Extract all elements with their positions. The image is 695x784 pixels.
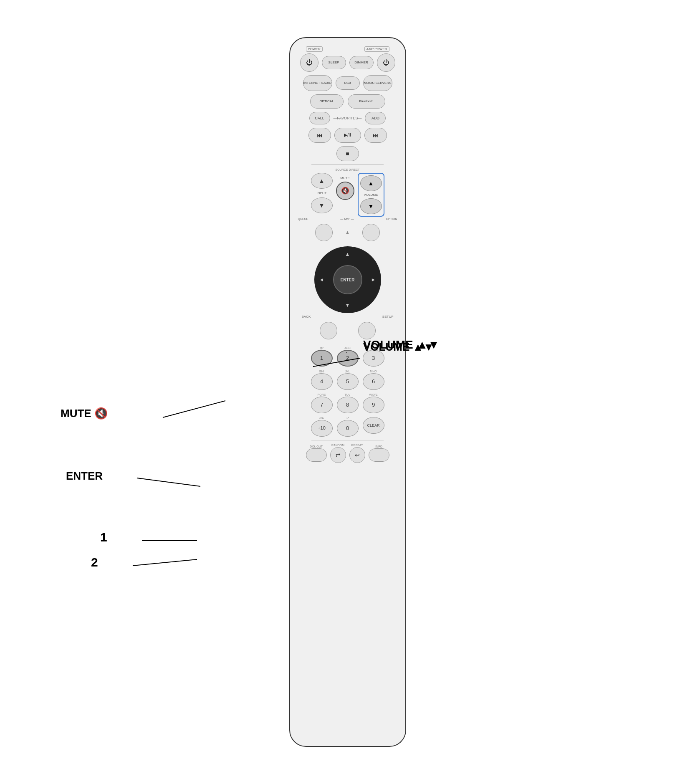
plus10-button[interactable]: +10 — [311, 420, 333, 437]
back-setup-row — [296, 322, 399, 339]
enter-label: ENTER — [341, 278, 355, 282]
input-down-button[interactable]: ▼ — [311, 197, 333, 213]
input-label: INPUT — [317, 191, 327, 195]
volume-up-button[interactable]: ▲ — [360, 175, 382, 191]
num8-cell: TUV 8 — [337, 393, 359, 413]
source-input-volume-section: SOURCE DIRECT ▲ INPUT ▼ MUTE 🔇 ▲ VOLUME — [296, 168, 399, 220]
random-button[interactable]: ⇄ — [330, 447, 346, 463]
input-up-button[interactable]: ▲ — [311, 173, 333, 189]
random-cell: RANDOM ⇄ — [330, 444, 346, 463]
numpad-row3: PQRS 7 TUV 8 WXYZ 9 — [296, 393, 399, 413]
num2-cell: ABC 2 — [337, 346, 359, 367]
enter-annotation-text: ENTER — [66, 470, 103, 483]
queue-label: QUEUE — [298, 217, 308, 220]
amp-power-label: AMP POWER — [364, 46, 389, 52]
num1-button[interactable]: 1 — [311, 350, 333, 367]
num4-button[interactable]: 4 — [311, 373, 333, 390]
clear-button[interactable]: CLEAR — [363, 417, 384, 434]
num6-button[interactable]: 6 — [363, 373, 384, 390]
optical-bluetooth-row: OPTICAL Bluetooth — [310, 94, 385, 109]
num0-cell: ⌂* 0 — [337, 417, 359, 437]
dpad-left-arrow: ◄ — [319, 277, 324, 283]
amp-power-button[interactable]: ⏻ — [377, 53, 395, 72]
back-button[interactable] — [320, 322, 337, 339]
dimmer-button[interactable]: DIMMER — [349, 56, 374, 69]
next-button[interactable]: ⏭ — [364, 128, 387, 143]
num2-annotation-text: 2 — [91, 555, 98, 569]
volume-box: ▲ VOLUME ▼ — [358, 173, 384, 217]
usb-button[interactable]: USB — [336, 76, 360, 90]
amp-labels-row: QUEUE — AMP — OPTION — [296, 217, 399, 220]
optical-button[interactable]: OPTICAL — [310, 94, 344, 109]
mute-button[interactable]: 🔇 — [336, 182, 354, 200]
dpad-up-arrow: ▲ — [345, 251, 350, 257]
input-column: ▲ INPUT ▼ — [311, 173, 333, 213]
random-label: RANDOM — [331, 444, 344, 447]
queue-button[interactable] — [315, 224, 333, 241]
svg-line-4 — [133, 559, 197, 566]
num8-button[interactable]: 8 — [337, 397, 359, 413]
amp-label: — AMP — — [340, 217, 354, 220]
num5-sub: JKL — [345, 370, 350, 373]
setup-label: SETUP — [382, 315, 394, 319]
volume-label: VOLUME — [361, 193, 381, 197]
add-button[interactable]: ADD — [365, 112, 386, 124]
nav-above-row: ▲ — [296, 224, 399, 241]
svg-line-2 — [137, 478, 200, 486]
source-direct-label: SOURCE DIRECT — [296, 168, 399, 171]
bluetooth-button[interactable]: Bluetooth — [348, 94, 385, 109]
mute-column: MUTE 🔇 — [336, 176, 354, 200]
sleep-button[interactable]: SLEEP — [322, 56, 346, 69]
power-label: POWER — [306, 46, 323, 52]
setup-button[interactable] — [358, 322, 376, 339]
num7-cell: PQRS 7 — [311, 393, 333, 413]
divider3 — [311, 440, 383, 440]
internet-radio-button[interactable]: INTERNET RADIO — [303, 75, 332, 91]
call-button[interactable]: CALL — [309, 112, 330, 124]
dpad-down-arrow: ▼ — [345, 302, 350, 308]
stop-row: ■ — [296, 146, 399, 161]
num7-button[interactable]: 7 — [311, 397, 333, 413]
volume-line — [346, 352, 347, 353]
repeat-button[interactable]: ↩ — [349, 447, 365, 463]
num5-button[interactable]: 5 — [337, 373, 359, 390]
prev-button[interactable]: ⏮ — [308, 128, 331, 143]
plus10-sub: a/A — [319, 417, 324, 420]
info-button[interactable] — [369, 448, 389, 462]
power-labels-row: POWER AMP POWER — [306, 46, 389, 52]
num9-button[interactable]: 9 — [363, 397, 384, 413]
favorites-row: CALL —FAVORITES— ADD — [296, 112, 399, 124]
num2-button[interactable]: 2 — [337, 350, 359, 367]
num6-sub: MNO — [370, 370, 377, 373]
nav-up-small-button[interactable]: ▲ — [345, 230, 350, 235]
input-volume-row: ▲ INPUT ▼ MUTE 🔇 ▲ VOLUME ▼ — [296, 173, 399, 217]
num7-sub: PQRS — [318, 393, 326, 396]
bottom-function-row: DIG. OUT RANDOM ⇄ REPEAT ↩ INFO — [296, 444, 399, 463]
dig-out-button[interactable] — [306, 448, 327, 462]
num4-cell: GHI 4 — [311, 370, 333, 390]
mute-annotation-text: MUTE 🔇 — [61, 407, 108, 420]
num1-cell: @/ 1 — [311, 346, 333, 367]
power-buttons-row: ⏻ SLEEP DIMMER ⏻ — [296, 53, 399, 72]
info-label: INFO — [375, 445, 382, 448]
power-button[interactable]: ⏻ — [300, 53, 318, 72]
enter-button[interactable]: ENTER — [333, 265, 362, 294]
stop-button[interactable]: ■ — [336, 146, 359, 161]
source-buttons-row: INTERNET RADIO USB MUSIC SERVERS — [296, 75, 399, 91]
remote-body: POWER AMP POWER ⏻ SLEEP DIMMER ⏻ INTERNE… — [289, 37, 406, 747]
dig-out-cell: DIG. OUT — [306, 445, 327, 462]
num0-button[interactable]: 0 — [337, 420, 359, 437]
option-label: OPTION — [386, 217, 397, 220]
play-pause-button[interactable]: ▶/II — [334, 128, 361, 143]
num5-cell: JKL 5 — [337, 370, 359, 390]
num4-sub: GHI — [319, 370, 324, 373]
repeat-label: REPEAT — [351, 444, 363, 447]
back-setup-labels: BACK SETUP — [302, 315, 394, 319]
plus10-cell: a/A +10 — [311, 417, 333, 437]
num8-sub: TUV — [345, 393, 351, 396]
volume-down-button[interactable]: ▼ — [360, 198, 382, 214]
mute-label: MUTE — [340, 176, 350, 180]
numpad-row2: GHI 4 JKL 5 MNO 6 — [296, 370, 399, 390]
music-servers-button[interactable]: MUSIC SERVERS — [363, 75, 392, 91]
option-button[interactable] — [362, 224, 380, 241]
